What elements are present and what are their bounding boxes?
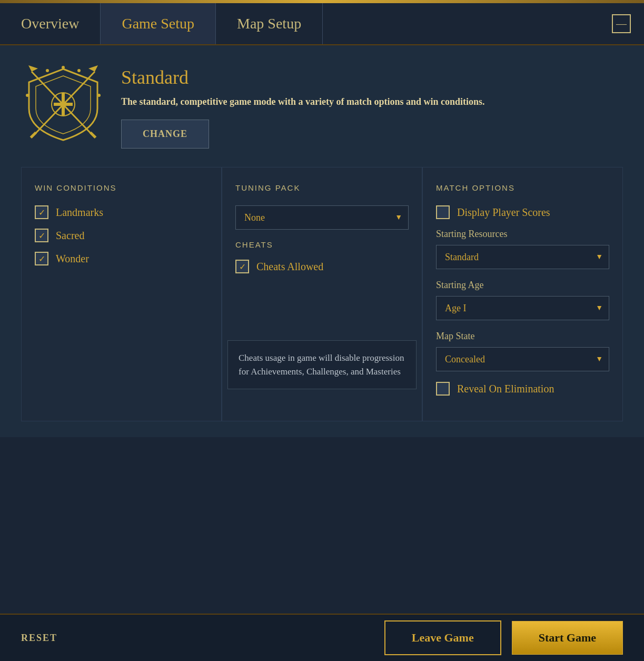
leave-game-button[interactable]: Leave Game (384, 620, 501, 655)
tuning-pack-select[interactable]: None (235, 205, 409, 230)
display-player-scores-row: Display Player Scores (436, 205, 609, 219)
map-state-label: Map State (436, 331, 609, 342)
reveal-on-elimination-label: Reveal On Elimination (457, 383, 554, 395)
cheats-allowed-checkbox[interactable] (235, 260, 249, 273)
sacred-checkbox[interactable] (35, 229, 48, 242)
tuning-pack-dropdown-container: None ▼ (235, 205, 409, 230)
svg-point-10 (77, 69, 81, 72)
cheats-tooltip: Cheats usage in game will disable progre… (227, 340, 417, 389)
reveal-on-elimination-row: Reveal On Elimination (436, 382, 609, 396)
tab-bar: Overview Game Setup Map Setup — (0, 3, 644, 45)
tab-overview[interactable]: Overview (0, 3, 101, 44)
cheats-allowed-checkbox-item: Cheats Allowed (235, 260, 409, 273)
landmarks-checkbox[interactable] (35, 205, 48, 219)
wonder-checkbox-item: Wonder (35, 252, 208, 265)
map-state-select[interactable]: Concealed (436, 347, 609, 371)
win-conditions-header: WIN CONDITIONS (35, 183, 208, 192)
cheats-allowed-label: Cheats Allowed (256, 261, 323, 273)
tuning-pack-header: TUNING PACK (235, 183, 409, 192)
tab-game-setup[interactable]: Game Setup (101, 3, 216, 44)
reset-button[interactable]: RESET (21, 633, 57, 644)
map-state-dropdown-container: Concealed ▼ (436, 347, 609, 371)
match-options-column: MATCH OPTIONS Display Player Scores Star… (422, 167, 623, 421)
cheats-header: CHEATS (235, 240, 409, 249)
starting-age-label: Starting Age (436, 280, 609, 291)
starting-age-select[interactable]: Age I (436, 296, 609, 320)
landmarks-checkbox-item: Landmarks (35, 205, 208, 219)
game-mode-section: Standard The standard, competitive game … (21, 61, 623, 149)
display-player-scores-checkbox[interactable] (436, 205, 450, 219)
win-conditions-column: WIN CONDITIONS Landmarks Sacred Wonder (21, 167, 222, 421)
wonder-checkbox[interactable] (35, 252, 48, 265)
starting-resources-dropdown-container: Standard ▼ (436, 245, 609, 269)
display-player-scores-label: Display Player Scores (457, 206, 550, 219)
svg-rect-8 (30, 132, 37, 139)
tuning-cheats-column: TUNING PACK None ▼ CHEATS Cheats Allowed… (222, 167, 422, 421)
main-content: Standard The standard, competitive game … (0, 45, 644, 437)
svg-marker-7 (88, 65, 98, 72)
reveal-on-elimination-checkbox[interactable] (436, 382, 450, 396)
svg-point-11 (46, 69, 49, 72)
svg-marker-4 (28, 65, 38, 72)
sacred-label: Sacred (56, 230, 84, 242)
minimize-icon: — (612, 14, 631, 33)
svg-rect-5 (90, 132, 96, 139)
columns-section: WIN CONDITIONS Landmarks Sacred Wonder T… (21, 167, 623, 421)
game-mode-title: Standard (121, 66, 623, 88)
sacred-checkbox-item: Sacred (35, 229, 208, 242)
svg-point-9 (62, 66, 65, 69)
svg-point-12 (97, 94, 101, 97)
change-button[interactable]: CHANGE (121, 120, 209, 149)
game-mode-description: The standard, competitive game mode with… (121, 95, 623, 109)
landmarks-label: Landmarks (56, 206, 103, 219)
game-mode-info: Standard The standard, competitive game … (121, 61, 623, 149)
svg-point-13 (26, 94, 29, 97)
game-mode-icon (21, 61, 105, 145)
wonder-label: Wonder (56, 253, 89, 265)
bottom-bar: RESET Leave Game Start Game (0, 614, 644, 661)
starting-resources-label: Starting Resources (436, 229, 609, 240)
starting-age-dropdown-container: Age I ▼ (436, 296, 609, 320)
starting-resources-select[interactable]: Standard (436, 245, 609, 269)
start-game-button[interactable]: Start Game (512, 621, 623, 655)
tab-map-setup[interactable]: Map Setup (216, 3, 323, 44)
minimize-button[interactable]: — (599, 3, 644, 44)
match-options-header: MATCH OPTIONS (436, 183, 609, 192)
